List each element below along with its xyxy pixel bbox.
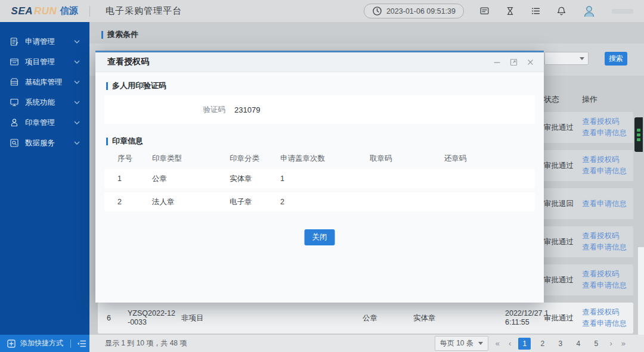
table-row: 6 YZSQ2022-12-0033 非项目 公章 实体章 2022/12/27… — [98, 303, 633, 334]
add-shortcut-button[interactable]: 添加快捷方式 — [20, 338, 63, 348]
caret-down-icon — [580, 57, 584, 60]
page-button-5[interactable]: 5 — [590, 338, 602, 350]
verify-code-value: 231079 — [234, 105, 260, 114]
prev-page-button[interactable]: ‹ — [507, 339, 513, 348]
sidebar-item-label: 申请管理 — [25, 37, 74, 47]
user-avatar[interactable] — [582, 4, 596, 18]
page-button-1[interactable]: 1 — [518, 338, 531, 350]
seal-type: 公章 — [363, 303, 377, 334]
view-application-link[interactable]: 查看申请信息 — [582, 280, 627, 291]
dialog-header[interactable]: 查看授权码 — [95, 52, 544, 72]
page-button-3[interactable]: 3 — [554, 338, 566, 350]
logo-sea: SEA — [11, 5, 33, 17]
seal-row-count: 2 — [280, 192, 284, 211]
column-header-actions: 操作 — [582, 94, 597, 105]
page-title: 电子采购管理平台 — [106, 5, 182, 17]
dialog-title: 查看授权码 — [107, 57, 149, 67]
search-conditions-title: 搜索条件 — [101, 29, 138, 40]
chevron-down-icon — [74, 141, 80, 145]
filter-select[interactable] — [544, 52, 589, 65]
minimize-icon[interactable] — [493, 58, 501, 66]
view-auth-code-link[interactable]: 查看授权码 — [582, 116, 627, 127]
close-icon[interactable] — [527, 58, 534, 66]
floating-side-widget[interactable] — [634, 117, 643, 152]
sidebar-item-data-services[interactable]: 数据服务 — [0, 133, 89, 153]
add-square-icon — [7, 339, 16, 348]
col-seal-type: 印章类型 — [152, 151, 182, 166]
row-number: 6 — [107, 303, 111, 334]
col-no: 序号 — [117, 151, 132, 166]
view-application-link[interactable]: 查看申请信息 — [582, 242, 627, 253]
sidebar-item-base-library-mgmt[interactable]: 基础库管理 — [0, 72, 89, 92]
seal-info-section-title: 印章信息 — [106, 136, 143, 147]
section-accent-bar — [101, 31, 103, 39]
message-icon[interactable] — [479, 6, 490, 16]
verify-code-section-title: 多人用印验证码 — [106, 80, 166, 91]
sidebar-item-project-mgmt[interactable]: 项目管理 — [0, 52, 89, 72]
collapse-menu-icon[interactable] — [77, 339, 86, 348]
last-page-button[interactable]: » — [620, 339, 627, 348]
app-logo: SEA RUN 信源 — [0, 5, 89, 17]
stamp-icon — [10, 118, 19, 127]
next-page-button[interactable]: › — [608, 339, 614, 348]
seal-row-class: 电子章 — [230, 192, 252, 211]
header-divider — [89, 6, 90, 17]
chevron-down-icon — [74, 80, 80, 84]
footer-divider — [70, 339, 71, 348]
list-icon[interactable] — [531, 6, 541, 16]
first-page-button[interactable]: « — [494, 339, 501, 348]
seal-table-header: 序号 印章类型 印章分类 申请盖章次数 取章码 还章码 — [104, 151, 535, 166]
bottom-status-bar: 显示 1 到 10 项，共 48 项 每页 10 条 « ‹ 1 2 3 4 5… — [89, 335, 644, 352]
search-conditions-label: 搜索条件 — [107, 29, 138, 40]
sidebar-item-system-functions[interactable]: 系统功能 — [0, 92, 89, 113]
sidebar-item-seal-mgmt[interactable]: 印章管理 — [0, 113, 89, 133]
status-text: 审批通过 — [544, 150, 574, 181]
pagination: 每页 10 条 « ‹ 1 2 3 4 5 › » — [435, 336, 627, 351]
sidebar-item-label: 系统功能 — [25, 98, 74, 108]
page-size-label: 每页 10 条 — [440, 338, 473, 348]
seal-table-row: 2 法人章 电子章 2 — [104, 192, 535, 211]
search-button[interactable]: 搜索 — [605, 52, 627, 66]
caret-down-icon — [478, 342, 483, 345]
col-stamp-count: 申请盖章次数 — [280, 151, 325, 166]
clock-icon — [372, 6, 382, 16]
seal-row-class: 实体章 — [230, 169, 252, 188]
sidebar-item-label: 项目管理 — [25, 57, 74, 67]
view-auth-code-link[interactable]: 查看授权码 — [582, 154, 627, 166]
chevron-down-icon — [74, 40, 80, 43]
close-button[interactable]: 关闭 — [305, 229, 335, 245]
right-edge-panel — [638, 247, 644, 338]
sidebar-nav: 申请管理 项目管理 基础库管理 系统功能 印章管理 数据服务 — [0, 22, 89, 335]
search-square-icon — [10, 138, 19, 148]
view-auth-code-link[interactable]: 查看授权码 — [582, 230, 627, 242]
view-application-link[interactable]: 查看申请信息 — [582, 318, 627, 329]
view-application-link[interactable]: 查看申请信息 — [582, 166, 627, 177]
view-auth-code-link[interactable]: 查看授权码 — [582, 269, 627, 280]
seal-table-row: 1 公章 实体章 1 — [104, 169, 535, 188]
datetime-display: 2023-01-06 09:51:39 — [364, 4, 464, 18]
form-icon — [10, 37, 19, 46]
view-auth-code-link[interactable]: 查看授权码 — [582, 307, 627, 318]
page-button-2[interactable]: 2 — [536, 338, 549, 350]
project-type: 非项目 — [181, 303, 204, 334]
view-application-link[interactable]: 查看申请信息 — [582, 127, 627, 139]
seal-row-count: 1 — [280, 169, 284, 188]
view-auth-code-dialog: 查看授权码 多人用印验证码 验证码 231079 印章信息 序号 印章类型 印章… — [95, 51, 544, 303]
status-text: 审批退回 — [544, 188, 574, 219]
status-text: 审批通过 — [544, 226, 574, 257]
bell-icon[interactable] — [556, 6, 566, 16]
page-size-select[interactable]: 每页 10 条 — [435, 336, 488, 351]
sidebar-item-application-mgmt[interactable]: 申请管理 — [0, 32, 89, 52]
popout-icon[interactable] — [510, 58, 518, 66]
sidebar-item-label: 印章管理 — [25, 118, 74, 128]
verify-section-label: 多人用印验证码 — [112, 80, 166, 91]
hourglass-icon[interactable] — [505, 6, 515, 16]
datetime-text: 2023-01-06 09:51:39 — [386, 7, 456, 15]
col-seal-class: 印章分类 — [230, 151, 259, 166]
view-application-link[interactable]: 查看申请信息 — [582, 198, 627, 210]
logo-run: RUN — [34, 5, 57, 17]
seal-section-label: 印章信息 — [112, 136, 143, 147]
page-button-4[interactable]: 4 — [572, 338, 584, 350]
status-text: 审批通过 — [544, 303, 574, 334]
database-icon — [10, 77, 19, 87]
